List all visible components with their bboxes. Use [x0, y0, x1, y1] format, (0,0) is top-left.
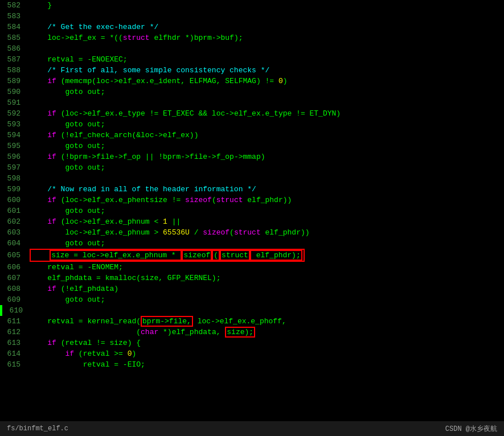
line-number: 595: [0, 141, 30, 151]
table-row: 588 /* First of all, some simple consist…: [0, 65, 504, 76]
line-number: 590: [0, 87, 30, 97]
line-number: 612: [0, 327, 30, 338]
line-number: 609: [0, 294, 30, 305]
line-content: goto out;: [30, 162, 105, 173]
table-row: 601 goto out;: [0, 205, 504, 216]
line-number: 586: [0, 43, 30, 54]
table-row: 595 goto out;: [0, 141, 504, 151]
line-number: 607: [0, 273, 30, 283]
line-number: 610: [2, 305, 32, 316]
footer-filename: fs/binfmt_elf.c: [7, 425, 68, 433]
line-content: if (!bprm->file->f_op || !bprm->file->f_…: [30, 151, 265, 162]
line-content: (char *)elf_phdata, size);: [30, 327, 255, 338]
line-content: goto out;: [30, 205, 105, 216]
table-row: 613 if (retval != size) {: [0, 338, 504, 348]
line-content: goto out;: [30, 119, 105, 130]
line-number: 614: [0, 348, 30, 359]
line-content: if (retval != size) {: [30, 338, 141, 348]
line-content: /* First of all, some simple consistency…: [30, 65, 269, 76]
line-number: 603: [0, 227, 30, 238]
line-number: 600: [0, 195, 30, 205]
table-row: 590 goto out;: [0, 87, 504, 97]
table-row: 596 if (!bprm->file->f_op || !bprm->file…: [0, 151, 504, 162]
line-number: 605: [0, 250, 30, 261]
table-row: 600 if (loc->elf_ex.e_phentsize != sizeo…: [0, 195, 504, 205]
table-row: 598: [0, 173, 504, 184]
footer-bar: fs/binfmt_elf.c CSDN @水乡夜航: [0, 421, 504, 436]
line-content: if (memcmp(loc->elf_ex.e_ident, ELFMAG, …: [30, 76, 288, 87]
line-content: goto out;: [30, 238, 105, 249]
table-row: 582 }: [0, 0, 504, 11]
line-number: 602: [0, 216, 30, 227]
line-number: 615: [0, 359, 30, 370]
line-content: elf_phdata = kmalloc(size, GFP_KERNEL);: [30, 273, 220, 283]
code-viewer: 582 }583584 /* Get the exec-header */585…: [0, 0, 504, 421]
line-number: 606: [0, 262, 30, 273]
table-row: 614 if (retval >= 0): [0, 348, 504, 359]
table-row: 610: [0, 305, 504, 316]
line-content: retval = -ENOMEM;: [30, 262, 123, 273]
line-number: 601: [0, 205, 30, 216]
line-number: 599: [0, 184, 30, 195]
line-content: size = loc->elf_ex.e_phnum * sizeof(stru…: [30, 249, 305, 262]
footer-author: CSDN @水乡夜航: [445, 424, 497, 434]
line-content: retval = -ENOEXEC;: [30, 54, 128, 65]
line-content: loc->elf_ex.e_phnum > 65536U / sizeof(st…: [30, 227, 310, 238]
line-content: if (loc->elf_ex.e_phnum < 1 ||: [30, 216, 181, 227]
line-number: 611: [0, 316, 30, 327]
line-number: 588: [0, 65, 30, 76]
line-number: 582: [0, 0, 30, 11]
line-content: /* Get the exec-header */: [30, 22, 158, 32]
line-number: 583: [0, 11, 30, 22]
line-content: goto out;: [30, 87, 105, 97]
table-row: 584 /* Get the exec-header */: [0, 22, 504, 32]
line-number: 593: [0, 119, 30, 130]
line-number: 596: [0, 151, 30, 162]
table-row: 603 loc->elf_ex.e_phnum > 65536U / sizeo…: [0, 227, 504, 238]
line-content: retval = kernel_read(bprm->file, loc->el…: [30, 316, 286, 327]
line-content: if (!elf_phdata): [30, 283, 118, 294]
table-row: 602 if (loc->elf_ex.e_phnum < 1 ||: [0, 216, 504, 227]
table-row: 583: [0, 11, 504, 22]
line-content: goto out;: [30, 294, 105, 305]
line-number: 591: [0, 97, 30, 108]
line-content: if (loc->elf_ex.e_phentsize != sizeof(st…: [30, 195, 292, 205]
table-row: 593 goto out;: [0, 119, 504, 130]
line-content: }: [30, 0, 52, 11]
table-row: 587 retval = -ENOEXEC;: [0, 54, 504, 65]
line-number: 584: [0, 22, 30, 32]
line-content: if (retval >= 0): [30, 348, 136, 359]
line-number: 589: [0, 76, 30, 87]
table-row: 612 (char *)elf_phdata, size);: [0, 327, 504, 338]
line-number: 594: [0, 130, 30, 141]
table-row: 606 retval = -ENOMEM;: [0, 262, 504, 273]
line-number: 598: [0, 173, 30, 184]
line-number: 608: [0, 283, 30, 294]
line-content: loc->elf_ex = *((struct elfhdr *)bprm->b…: [30, 32, 243, 43]
line-number: 613: [0, 338, 30, 348]
line-number: 597: [0, 162, 30, 173]
line-number: 604: [0, 238, 30, 249]
table-row: 609 goto out;: [0, 294, 504, 305]
table-row: 597 goto out;: [0, 162, 504, 173]
line-content: if (loc->elf_ex.e_type != ET_EXEC && loc…: [30, 108, 341, 119]
table-row: 589 if (memcmp(loc->elf_ex.e_ident, ELFM…: [0, 76, 504, 87]
line-number: 592: [0, 108, 30, 119]
line-content: if (!elf_check_arch(&loc->elf_ex)): [30, 130, 198, 141]
table-row: 586: [0, 43, 504, 54]
line-content: retval = -EIO;: [30, 359, 145, 370]
table-row: 608 if (!elf_phdata): [0, 283, 504, 294]
table-row: 615 retval = -EIO;: [0, 359, 504, 370]
line-content: /* Now read in all of the header informa…: [30, 184, 256, 195]
table-row: 605 size = loc->elf_ex.e_phnum * sizeof(…: [0, 249, 504, 262]
table-row: 607 elf_phdata = kmalloc(size, GFP_KERNE…: [0, 273, 504, 283]
table-row: 592 if (loc->elf_ex.e_type != ET_EXEC &&…: [0, 108, 504, 119]
table-row: 591: [0, 97, 504, 108]
table-row: 611 retval = kernel_read(bprm->file, loc…: [0, 316, 504, 327]
line-number: 585: [0, 32, 30, 43]
line-content: goto out;: [30, 141, 105, 151]
table-row: 585 loc->elf_ex = *((struct elfhdr *)bpr…: [0, 32, 504, 43]
table-row: 599 /* Now read in all of the header inf…: [0, 184, 504, 195]
table-row: 604 goto out;: [0, 238, 504, 249]
line-number: 587: [0, 54, 30, 65]
